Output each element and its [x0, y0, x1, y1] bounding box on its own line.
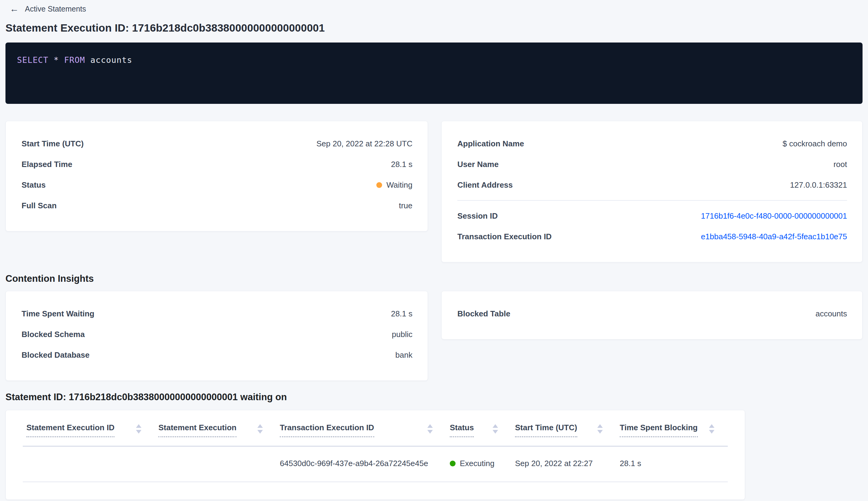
blocked-schema-value: public	[392, 330, 412, 339]
waiting-status-dot-icon	[376, 182, 382, 188]
cell-statement-execution-id	[23, 446, 155, 482]
transaction-execution-id-label: Transaction Execution ID	[457, 232, 552, 242]
sort-icon	[257, 424, 263, 434]
page-title: Statement Execution ID: 1716b218dc0b3838…	[6, 22, 862, 34]
waiting-on-table-card: Statement Execution ID Statement Executi…	[6, 410, 745, 500]
status-text: Waiting	[386, 180, 412, 190]
sort-icon	[597, 424, 603, 434]
executing-status-dot-icon	[450, 461, 456, 466]
overview-row-full-scan: Full Scan true	[22, 195, 412, 216]
overview-row-start-time: Start Time (UTC) Sep 20, 2022 at 22:28 U…	[22, 133, 412, 154]
cell-status: Executing	[446, 446, 511, 482]
time-spent-waiting-value: 28.1 s	[391, 309, 412, 319]
back-link[interactable]: ← Active Statements	[10, 2, 862, 15]
page: ← Active Statements Statement Execution …	[0, 0, 868, 500]
session-card: Application Name $ cockroach demo User N…	[441, 121, 862, 262]
column-header-start-time[interactable]: Start Time (UTC)	[511, 410, 616, 446]
back-link-label: Active Statements	[25, 4, 86, 13]
session-row-client-address: Client Address 127.0.0.1:63321	[457, 174, 847, 195]
column-header-time-spent-blocking[interactable]: Time Spent Blocking	[616, 410, 728, 446]
waiting-on-heading: Statement ID: 1716b218dc0b38380000000000…	[6, 392, 862, 403]
cell-transaction-execution-id: 64530d0c-969f-437e-a9b4-26a72245e45e	[276, 446, 446, 482]
sql-table-name: accounts	[90, 55, 132, 65]
session-row-session-id: Session ID 1716b1f6-4e0c-f480-0000-00000…	[457, 205, 847, 226]
cell-time-spent-blocking: 28.1 s	[616, 446, 728, 482]
user-name-value: root	[833, 160, 847, 169]
executing-status-text: Executing	[460, 459, 495, 468]
cell-statement-execution	[155, 446, 276, 482]
sql-keyword-select: SELECT	[17, 55, 48, 65]
session-row-transaction-execution-id: Transaction Execution ID e1bba458-5948-4…	[457, 226, 847, 247]
session-row-application-name: Application Name $ cockroach demo	[457, 133, 847, 154]
overview-card: Start Time (UTC) Sep 20, 2022 at 22:28 U…	[6, 121, 428, 231]
sql-statement: SELECT * FROM accounts	[17, 55, 854, 65]
contention-row-blocked-database: Blocked Database bank	[22, 345, 412, 365]
application-name-label: Application Name	[457, 139, 524, 149]
contention-insights-heading: Contention Insights	[6, 273, 862, 284]
waiting-on-table: Statement Execution ID Statement Executi…	[23, 410, 728, 482]
sql-statement-box: SELECT * FROM accounts	[6, 43, 862, 104]
contention-left-card: Time Spent Waiting 28.1 s Blocked Schema…	[6, 291, 428, 381]
session-id-label: Session ID	[457, 211, 498, 221]
time-spent-waiting-label: Time Spent Waiting	[22, 309, 94, 319]
elapsed-time-label: Elapsed Time	[22, 160, 72, 169]
sort-icon	[427, 424, 433, 434]
blocked-table-label: Blocked Table	[457, 309, 510, 319]
status-value: Waiting	[376, 180, 412, 190]
column-header-statement-execution[interactable]: Statement Execution	[155, 410, 276, 446]
start-time-value: Sep 20, 2022 at 22:28 UTC	[316, 139, 412, 149]
full-scan-value: true	[399, 201, 412, 211]
column-header-transaction-execution-id[interactable]: Transaction Execution ID	[276, 410, 446, 446]
contention-row-blocked-schema: Blocked Schema public	[22, 324, 412, 345]
session-row-user-name: User Name root	[457, 154, 847, 174]
transaction-execution-id-link[interactable]: e1bba458-5948-40a9-a42f-5feac1b10e75	[701, 232, 847, 242]
blocked-database-label: Blocked Database	[22, 350, 89, 360]
elapsed-time-value: 28.1 s	[391, 160, 412, 169]
user-name-label: User Name	[457, 160, 499, 169]
column-header-status[interactable]: Status	[446, 410, 511, 446]
sort-icon	[492, 424, 498, 434]
start-time-label: Start Time (UTC)	[22, 139, 84, 149]
session-id-link[interactable]: 1716b1f6-4e0c-f480-0000-000000000001	[701, 211, 847, 221]
full-scan-label: Full Scan	[22, 201, 57, 211]
table-header-row: Statement Execution ID Statement Executi…	[23, 410, 728, 446]
contention-row-time-spent-waiting: Time Spent Waiting 28.1 s	[22, 303, 412, 324]
column-header-statement-execution-id[interactable]: Statement Execution ID	[23, 410, 155, 446]
blocked-database-value: bank	[395, 350, 412, 360]
table-row: 64530d0c-969f-437e-a9b4-26a72245e45e Exe…	[23, 446, 728, 482]
overview-row-status: Status Waiting	[22, 174, 412, 195]
application-name-value: $ cockroach demo	[783, 139, 847, 149]
contention-row-blocked-table: Blocked Table accounts	[457, 303, 847, 324]
contention-right-card: Blocked Table accounts	[441, 291, 862, 340]
sql-star: *	[54, 55, 59, 65]
status-label: Status	[22, 180, 45, 190]
sort-icon	[136, 424, 141, 434]
back-arrow-icon: ←	[10, 4, 19, 13]
client-address-value: 127.0.0.1:63321	[790, 180, 847, 190]
blocked-table-value: accounts	[815, 309, 847, 319]
sort-icon	[709, 424, 714, 434]
overview-row-elapsed-time: Elapsed Time 28.1 s	[22, 154, 412, 174]
cell-start-time: Sep 20, 2022 at 22:27	[511, 446, 616, 482]
session-card-divider	[457, 200, 847, 201]
client-address-label: Client Address	[457, 180, 513, 190]
blocked-schema-label: Blocked Schema	[22, 330, 85, 339]
sql-keyword-from: FROM	[64, 55, 85, 65]
